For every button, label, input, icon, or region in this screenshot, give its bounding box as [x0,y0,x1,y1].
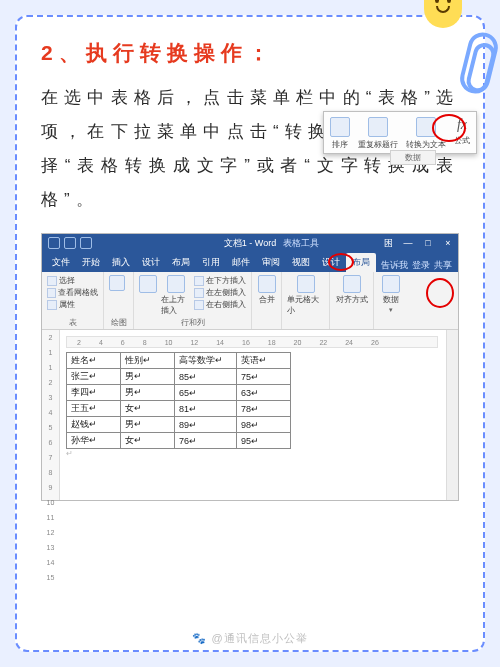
table-cell[interactable]: 女↵ [121,401,175,417]
step-heading: 2、执行转换操作： [41,39,459,67]
table-cell[interactable]: 李四↵ [67,385,121,401]
ribbon-insert-left[interactable]: 在左侧插入 [194,287,246,298]
ribbon-insert-right[interactable]: 在右侧插入 [194,299,246,310]
table-cell[interactable]: 65↵ [175,385,237,401]
sort-icon [330,117,350,137]
sign-in[interactable]: 登录 [412,259,430,272]
ribbon: 选择 查看网格线 属性 表 绘图 在上方插入 在下方插入 在左侧插入 在右侧插入 [42,272,458,330]
table-cell[interactable]: 89↵ [175,417,237,433]
popup-convert-to-text[interactable]: 转换为文本 [406,117,446,150]
table-header[interactable]: 性别↵ [121,353,175,369]
watermark: 🐾@通讯信息小公举 [17,631,483,646]
insert-left-icon [194,288,204,298]
table-cell[interactable]: 男↵ [121,369,175,385]
ribbon-group-data: 数据 ▾ [374,272,408,329]
table-cell[interactable]: 98↵ [237,417,291,433]
properties-icon [47,300,57,310]
table-row[interactable]: 李四↵男↵65↵63↵ [67,385,291,401]
ribbon-select[interactable]: 选择 [47,275,98,286]
popup-sort[interactable]: 排序 [330,117,350,150]
tell-me[interactable]: 告诉我 [381,259,408,272]
fx-icon: fx [457,117,467,133]
ribbon-delete[interactable] [139,275,157,316]
data-dropdown-popup: 排序 重复标题行 转换为文本 fx 公式 数据 [323,111,477,154]
popup-formula[interactable]: fx 公式 [454,117,470,146]
tab-table-layout[interactable]: 布局 [346,253,376,272]
vertical-ruler: 21123456789101112131415 [42,330,60,500]
table-cell[interactable]: 78↵ [237,401,291,417]
select-icon [47,276,57,286]
sample-table[interactable]: 姓名↵性别↵高等数学↵英语↵ 张三↵男↵85↵75↵李四↵男↵65↵63↵王五↵… [66,352,291,449]
share-button[interactable]: 共享 [434,259,452,272]
document-area: 21123456789101112131415 2468101214161820… [42,330,458,500]
tab-references[interactable]: 引用 [196,253,226,272]
table-cell[interactable]: 孙华↵ [67,433,121,449]
insert-below-icon [194,276,204,286]
ribbon-group-align: 对齐方式 [330,272,374,329]
table-cell[interactable]: 男↵ [121,385,175,401]
repeat-header-icon [368,117,388,137]
table-row[interactable]: 孙华↵女↵76↵95↵ [67,433,291,449]
table-cell[interactable]: 男↵ [121,417,175,433]
ribbon-group-merge: 合并 [252,272,282,329]
table-cell[interactable]: 王五↵ [67,401,121,417]
table-cell[interactable]: 赵钱↵ [67,417,121,433]
cellsize-icon[interactable] [297,275,315,293]
tab-file[interactable]: 文件 [46,253,76,272]
ribbon-group-label-table: 表 [47,317,98,328]
table-cell[interactable]: 85↵ [175,369,237,385]
ribbon-group-draw: 绘图 [104,272,134,329]
delete-icon [139,275,157,293]
table-cell[interactable]: 女↵ [121,433,175,449]
titlebar-right: 告诉我 登录 共享 [381,259,458,272]
tab-insert[interactable]: 插入 [106,253,136,272]
paw-icon: 🐾 [192,632,207,645]
table-row[interactable]: 赵钱↵男↵89↵98↵ [67,417,291,433]
horizontal-ruler: 2468101214161820222426 [66,336,438,348]
table-cell[interactable]: 75↵ [237,369,291,385]
word-titlebar: 文档1 - Word 表格工具 困 — □ × [42,234,458,252]
table-cell[interactable]: 76↵ [175,433,237,449]
tab-design[interactable]: 设计 [136,253,166,272]
ribbon-gridlines[interactable]: 查看网格线 [47,287,98,298]
table-row[interactable]: 张三↵男↵85↵75↵ [67,369,291,385]
popup-repeat-header[interactable]: 重复标题行 [358,117,398,150]
ribbon-properties[interactable]: 属性 [47,299,98,310]
ribbon-insert-below[interactable]: 在下方插入 [194,275,246,286]
table-header[interactable]: 姓名↵ [67,353,121,369]
ribbon-group-cellsize: 单元格大小 [282,272,330,329]
merge-icon[interactable] [258,275,276,293]
document-body[interactable]: 2468101214161820222426 姓名↵性别↵高等数学↵英语↵ 张三… [60,330,446,500]
ribbon-data-button[interactable]: 数据 ▾ [379,275,403,314]
data-icon [382,275,400,293]
popup-sublabel: 数据 [390,150,436,165]
tab-table-design[interactable]: 设计 [316,253,346,272]
table-cell[interactable]: 63↵ [237,385,291,401]
context-tools-title: 表格工具 [283,237,319,250]
tab-mailings[interactable]: 邮件 [226,253,256,272]
document-title: 文档1 - Word [42,237,458,250]
insert-above-icon [167,275,185,293]
tab-review[interactable]: 审阅 [256,253,286,272]
tab-view[interactable]: 视图 [286,253,316,272]
table-header[interactable]: 英语↵ [237,353,291,369]
align-icon[interactable] [343,275,361,293]
ribbon-insert-above[interactable]: 在上方插入 [161,275,190,316]
gridlines-icon [47,288,56,298]
tab-home[interactable]: 开始 [76,253,106,272]
table-cell[interactable]: 张三↵ [67,369,121,385]
table-header[interactable]: 高等数学↵ [175,353,237,369]
table-cell[interactable]: 81↵ [175,401,237,417]
table-row[interactable]: 王五↵女↵81↵78↵ [67,401,291,417]
tab-layout[interactable]: 布局 [166,253,196,272]
content-card: 2、执行转换操作： 在选中表格后，点击菜单栏中的“表格”选项，在下拉菜单中点击“… [15,15,485,652]
paragraph-mark: ↵ [66,449,438,458]
draw-table-icon[interactable] [109,275,125,291]
highlight-circle-data [426,278,454,308]
ribbon-group-table: 选择 查看网格线 属性 表 [42,272,104,329]
table-cell[interactable]: 95↵ [237,433,291,449]
ribbon-tabs: 文件 开始 插入 设计 布局 引用 邮件 审阅 视图 设计 布局 告诉我 登录 … [42,252,458,272]
vertical-scrollbar[interactable] [446,330,458,500]
insert-right-icon [194,300,204,310]
ribbon-group-label-rowscols: 行和列 [139,317,246,328]
